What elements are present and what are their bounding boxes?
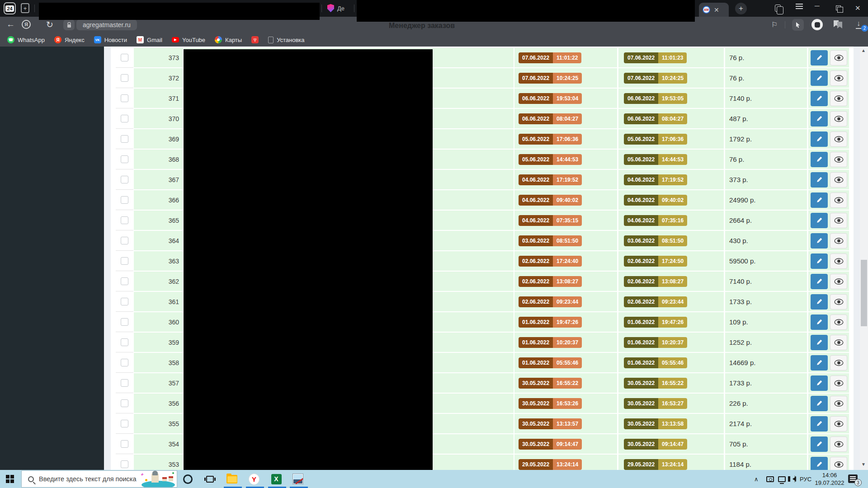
row-checkbox[interactable] — [121, 440, 128, 448]
view-button[interactable] — [830, 294, 847, 310]
view-button[interactable] — [830, 416, 847, 432]
bookmark-yandex[interactable]: Я Яндекс — [54, 36, 85, 43]
row-checkbox[interactable] — [121, 135, 128, 143]
scrollbar-track[interactable] — [860, 47, 868, 470]
row-checkbox[interactable] — [121, 216, 128, 224]
view-button[interactable] — [830, 314, 847, 330]
edit-button[interactable] — [811, 314, 828, 330]
row-checkbox[interactable] — [121, 155, 128, 163]
active-tab[interactable]: AM ✕ — [699, 3, 729, 17]
edit-button[interactable] — [811, 131, 828, 147]
row-checkbox[interactable] — [121, 318, 128, 326]
hidden-icons-chevron[interactable]: ∧ — [754, 470, 759, 488]
bookmark-red-shield[interactable]: ▽ — [251, 36, 259, 43]
edit-button[interactable] — [811, 355, 828, 371]
edit-button[interactable] — [811, 192, 828, 208]
view-button[interactable] — [830, 111, 847, 127]
scroll-down-icon[interactable]: ▼ — [861, 462, 866, 467]
bookmark-youtube[interactable]: ▶ YouTube — [172, 37, 205, 43]
edit-button[interactable] — [811, 253, 828, 269]
edit-button[interactable] — [811, 396, 828, 411]
edit-button[interactable] — [811, 111, 828, 127]
scrollbar-thumb[interactable] — [861, 260, 867, 326]
restore-button[interactable] — [836, 5, 841, 10]
row-checkbox[interactable] — [121, 54, 128, 61]
row-checkbox[interactable] — [121, 196, 128, 204]
taskbar-clock[interactable]: 14:06 19.07.2022 — [811, 471, 848, 487]
language-indicator[interactable]: РУС — [800, 470, 811, 488]
cortana-icon[interactable] — [182, 474, 193, 484]
row-checkbox[interactable] — [121, 176, 128, 183]
row-checkbox[interactable] — [121, 298, 128, 305]
view-button[interactable] — [830, 152, 847, 167]
edit-button[interactable] — [811, 274, 828, 289]
ssl-lock-icon[interactable] — [63, 19, 75, 30]
edit-button[interactable] — [811, 375, 828, 391]
view-button[interactable] — [830, 355, 847, 371]
back-button[interactable]: ← — [6, 19, 15, 29]
view-button[interactable] — [830, 335, 847, 350]
edit-button[interactable] — [811, 50, 828, 66]
file-explorer-icon[interactable] — [226, 474, 237, 484]
pointer-mode-icon[interactable] — [792, 19, 804, 31]
bookmark-flag-icon[interactable]: ⚐ — [771, 20, 778, 29]
row-checkbox[interactable] — [121, 277, 128, 285]
edit-button[interactable] — [811, 436, 828, 452]
row-checkbox[interactable] — [121, 420, 128, 427]
edit-button[interactable] — [811, 70, 828, 86]
edit-button[interactable] — [811, 91, 828, 106]
pinned-tab-counter[interactable]: 24 — [4, 2, 16, 14]
view-button[interactable] — [830, 436, 847, 452]
view-button[interactable] — [830, 50, 847, 66]
view-button[interactable] — [830, 213, 847, 228]
row-checkbox[interactable] — [121, 379, 128, 387]
view-button[interactable] — [830, 91, 847, 106]
view-button[interactable] — [830, 70, 847, 86]
row-checkbox[interactable] — [121, 399, 128, 407]
volume-icon[interactable] — [790, 470, 796, 488]
taskbar-search[interactable]: Введите здесь текст для поиска ✦ — [21, 470, 177, 488]
row-checkbox[interactable] — [121, 257, 128, 265]
edit-button[interactable] — [811, 457, 828, 470]
alice-assistant-icon[interactable] — [811, 19, 823, 30]
photos-app-icon[interactable] — [292, 474, 303, 484]
bookmark-maps[interactable]: Карты — [215, 36, 242, 43]
view-button[interactable] — [830, 253, 847, 269]
row-checkbox[interactable] — [121, 237, 128, 244]
minimize-button[interactable]: ─ — [815, 2, 820, 10]
side-panel-icon[interactable] — [775, 5, 781, 12]
open-tableau-icon[interactable]: + — [21, 3, 29, 13]
scroll-up-icon[interactable]: ▲ — [861, 48, 866, 53]
row-checkbox[interactable] — [121, 94, 128, 102]
row-checkbox[interactable] — [121, 338, 128, 346]
menu-icon[interactable] — [796, 4, 803, 5]
screen-record-icon[interactable] — [766, 470, 774, 488]
view-button[interactable] — [830, 274, 847, 289]
yandex-browser-icon[interactable]: Я — [22, 20, 31, 29]
edit-button[interactable] — [811, 213, 828, 228]
shield-tab[interactable]: Де — [337, 5, 344, 12]
view-button[interactable] — [830, 375, 847, 391]
row-checkbox[interactable] — [121, 460, 128, 468]
view-button[interactable] — [830, 192, 847, 208]
edit-button[interactable] — [811, 416, 828, 432]
search-box-illustration[interactable]: ✦ — [139, 471, 177, 487]
excel-icon[interactable]: X — [271, 474, 282, 484]
address-bar[interactable]: agregatmaster.ru — [76, 19, 137, 30]
bookmark-install[interactable]: Установка — [268, 37, 304, 43]
new-tab-button[interactable]: + — [735, 3, 747, 14]
start-button[interactable] — [6, 475, 14, 483]
view-button[interactable] — [830, 457, 847, 470]
row-checkbox[interactable] — [121, 359, 128, 366]
bookmark-gmail[interactable]: M Gmail — [137, 36, 162, 43]
yandex-browser-taskbar-icon[interactable]: Y — [249, 474, 259, 484]
edit-button[interactable] — [811, 152, 828, 167]
edit-button[interactable] — [811, 294, 828, 310]
row-checkbox[interactable] — [121, 115, 128, 122]
view-button[interactable] — [830, 172, 847, 188]
network-icon[interactable] — [778, 470, 786, 488]
tab-close-icon[interactable]: ✕ — [714, 7, 719, 13]
task-view-icon[interactable] — [204, 474, 215, 484]
bookmark-whatsapp[interactable]: ☎ WhatsApp — [7, 36, 45, 43]
close-button[interactable]: ✕ — [855, 4, 861, 12]
